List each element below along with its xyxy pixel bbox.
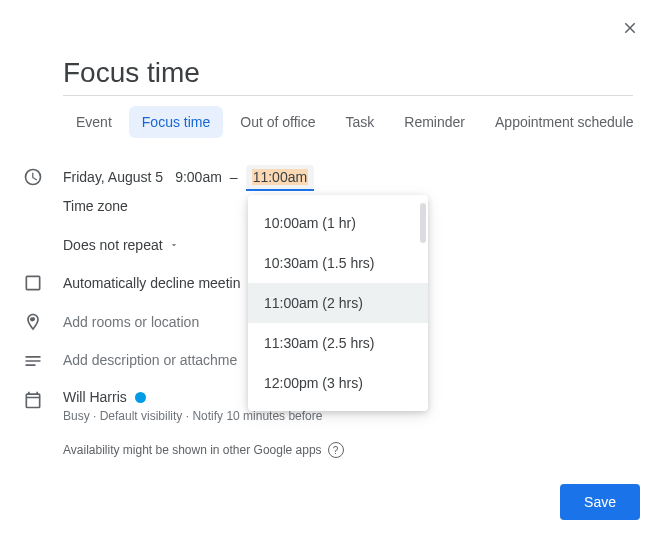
timezone-button[interactable]: Time zone — [63, 198, 128, 214]
tab-appointment-schedule[interactable]: Appointment schedule — [482, 106, 647, 138]
tab-task[interactable]: Task — [333, 106, 388, 138]
end-time-dropdown: 10:00am (1 hr) 10:30am (1.5 hrs) 11:00am… — [248, 195, 428, 411]
time-range-dash: – — [230, 169, 238, 185]
save-button[interactable]: Save — [560, 484, 640, 520]
end-time-value: 11:00am — [252, 169, 308, 185]
dropdown-scrollbar[interactable] — [420, 203, 426, 243]
location-pin-icon — [23, 312, 43, 332]
calendar-color-dot — [135, 392, 146, 403]
clock-icon — [23, 167, 43, 187]
date-picker[interactable]: Friday, August 5 — [63, 169, 163, 185]
availability-note-text: Availability might be shown in other Goo… — [63, 443, 322, 457]
event-title-input[interactable] — [63, 53, 633, 96]
end-time-option[interactable]: 11:30am (2.5 hrs) — [248, 323, 428, 363]
end-time-option[interactable]: 10:00am (1 hr) — [248, 203, 428, 243]
tab-out-of-office[interactable]: Out of office — [227, 106, 328, 138]
tab-reminder[interactable]: Reminder — [391, 106, 478, 138]
auto-decline-toggle[interactable]: Automatically decline meetin — [63, 275, 240, 291]
end-time-option[interactable]: 11:00am (2 hrs) — [248, 283, 428, 323]
end-time-option[interactable]: 12:00pm (3 hrs) — [248, 363, 428, 403]
end-time-picker[interactable]: 11:00am — [246, 165, 314, 189]
description-input[interactable]: Add description or attachme — [63, 352, 237, 368]
close-icon — [621, 19, 639, 37]
calendar-icon — [23, 390, 43, 410]
user-name-label: Will Harris — [63, 389, 127, 405]
close-button[interactable] — [614, 12, 646, 44]
end-time-option[interactable]: 10:30am (1.5 hrs) — [248, 243, 428, 283]
recurrence-label: Does not repeat — [63, 237, 163, 253]
availability-note: Availability might be shown in other Goo… — [63, 442, 344, 458]
checkbox-icon — [23, 273, 43, 293]
end-time-focus-underline — [246, 189, 314, 191]
location-input[interactable]: Add rooms or location — [63, 314, 199, 330]
description-icon — [23, 351, 43, 371]
help-icon[interactable]: ? — [328, 442, 344, 458]
date-time-row: Friday, August 5 9:00am – 11:00am — [63, 165, 314, 189]
tab-focus-time[interactable]: Focus time — [129, 106, 223, 138]
tab-event[interactable]: Event — [63, 106, 125, 138]
user-subtext: Busy · Default visibility · Notify 10 mi… — [63, 409, 322, 423]
recurrence-dropdown[interactable]: Does not repeat — [63, 237, 179, 253]
start-time-picker[interactable]: 9:00am — [175, 169, 222, 185]
chevron-down-icon — [169, 240, 179, 250]
event-type-tabs: Event Focus time Out of office Task Remi… — [63, 106, 647, 138]
